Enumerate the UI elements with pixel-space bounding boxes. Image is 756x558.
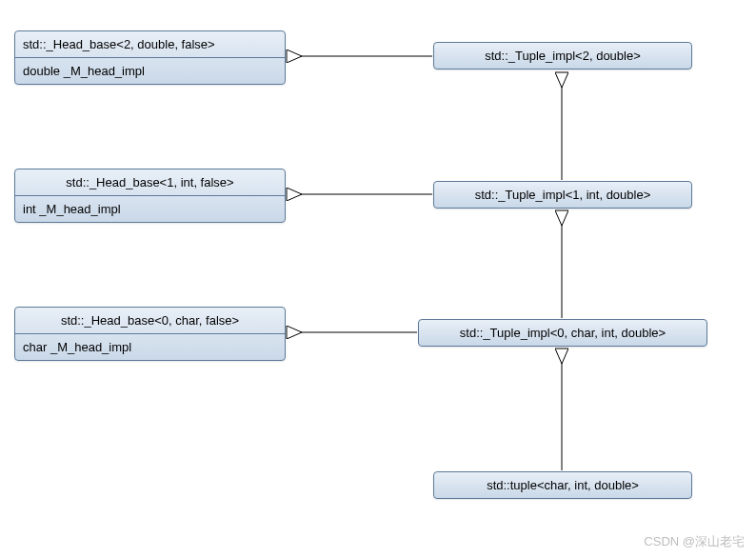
class-title: std::_Head_base<0, char, false> xyxy=(15,308,285,333)
class-title: std::tuple<char, int, double> xyxy=(434,472,691,498)
class-box-head-base-2: std::_Head_base<2, double, false> double… xyxy=(14,30,286,85)
class-attribute: int _M_head_impl xyxy=(15,195,285,222)
class-box-tuple-impl-0: std::_Tuple_impl<0, char, int, double> xyxy=(418,319,707,347)
class-box-tuple: std::tuple<char, int, double> xyxy=(433,471,692,499)
class-title: std::_Tuple_impl<2, double> xyxy=(434,43,691,69)
class-box-tuple-impl-2: std::_Tuple_impl<2, double> xyxy=(433,42,692,70)
class-attribute: char _M_head_impl xyxy=(15,333,285,360)
class-title: std::_Tuple_impl<1, int, double> xyxy=(434,182,691,208)
class-box-head-base-1: std::_Head_base<1, int, false> int _M_he… xyxy=(14,169,286,223)
class-box-head-base-0: std::_Head_base<0, char, false> char _M_… xyxy=(14,307,286,361)
class-box-tuple-impl-1: std::_Tuple_impl<1, int, double> xyxy=(433,181,692,209)
class-attribute: double _M_head_impl xyxy=(15,57,285,84)
class-title: std::_Tuple_impl<0, char, int, double> xyxy=(419,320,706,346)
watermark: CSDN @深山老宅 xyxy=(644,533,745,550)
class-title: std::_Head_base<1, int, false> xyxy=(15,169,285,195)
class-title: std::_Head_base<2, double, false> xyxy=(15,31,285,57)
